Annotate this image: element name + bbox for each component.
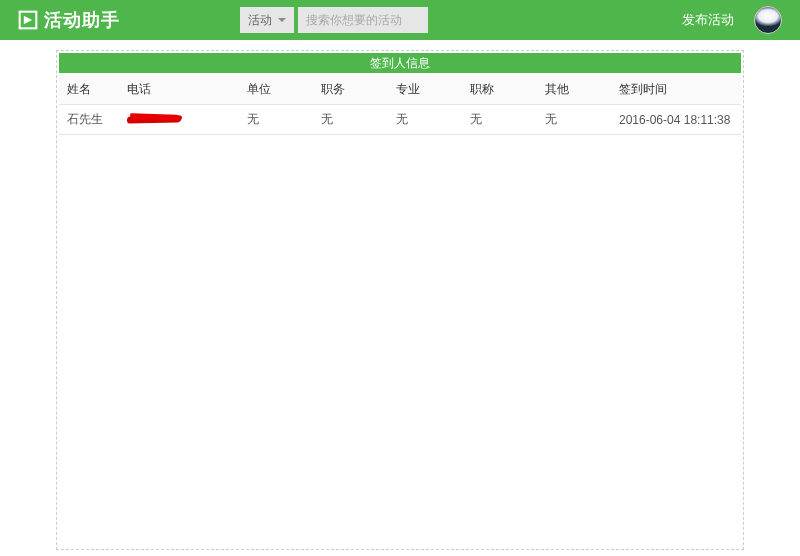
col-header-time: 签到时间 [611, 75, 741, 105]
search-input[interactable] [298, 7, 428, 33]
table-row: 石先生 无 无 无 无 无 2016-06-04 18:11:38 [59, 105, 741, 135]
col-header-phone: 电话 [119, 75, 239, 105]
cell-major: 无 [388, 105, 462, 135]
publish-button[interactable]: 发布活动 [682, 11, 734, 29]
chevron-down-icon [278, 18, 286, 22]
cell-org: 无 [239, 105, 313, 135]
col-header-position: 职务 [313, 75, 387, 105]
col-header-name: 姓名 [59, 75, 119, 105]
logo[interactable]: 活动助手 [18, 8, 120, 32]
col-header-title: 职称 [462, 75, 536, 105]
cell-title: 无 [462, 105, 536, 135]
top-header: 活动助手 活动 发布活动 [0, 0, 800, 40]
search-group: 活动 [240, 7, 428, 33]
checkin-table: 姓名 电话 单位 职务 专业 职称 其他 签到时间 石先生 无 无 无 无 [59, 75, 741, 135]
cell-name: 石先生 [59, 105, 119, 135]
search-category-label: 活动 [248, 12, 272, 29]
search-category-select[interactable]: 活动 [240, 7, 294, 33]
panel-title: 签到人信息 [59, 53, 741, 73]
logo-icon [18, 10, 38, 30]
col-header-org: 单位 [239, 75, 313, 105]
table-header-row: 姓名 电话 单位 职务 专业 职称 其他 签到时间 [59, 75, 741, 105]
col-header-major: 专业 [388, 75, 462, 105]
avatar[interactable] [754, 6, 782, 34]
cell-other: 无 [537, 105, 611, 135]
cell-position: 无 [313, 105, 387, 135]
col-header-other: 其他 [537, 75, 611, 105]
app-name: 活动助手 [44, 8, 120, 32]
cell-phone [119, 105, 239, 135]
cell-time: 2016-06-04 18:11:38 [611, 105, 741, 135]
checkin-panel: 签到人信息 姓名 电话 单位 职务 专业 职称 其他 签到时间 石先 [56, 50, 744, 550]
redacted-icon [127, 114, 187, 124]
